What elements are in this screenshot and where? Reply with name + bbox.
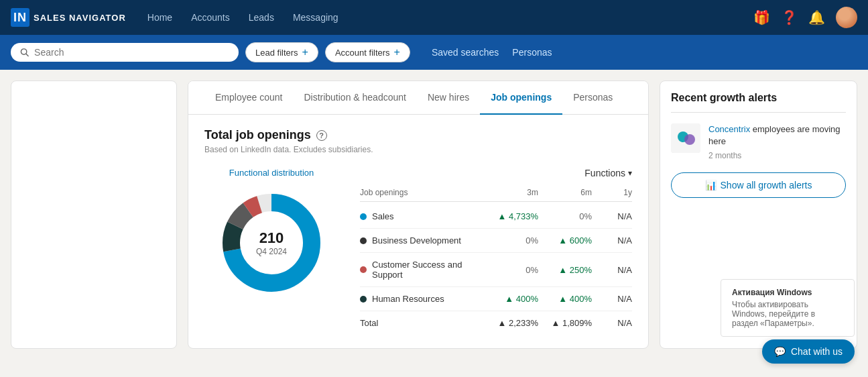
donut-period: Q4 2024: [256, 247, 287, 256]
show-all-growth-alerts-button[interactable]: 📊 Show all growth alerts: [671, 172, 846, 198]
search-bar: Lead filters + Account filters + Saved s…: [0, 35, 868, 70]
nav-link-home[interactable]: Home: [139, 8, 180, 27]
search-icon: [20, 48, 29, 57]
alert-text: Concentrix employees are moving here 2 m…: [708, 123, 846, 162]
row-label-sales: Sales: [372, 211, 394, 221]
nav-logo[interactable]: in SALES NAVIGATOR: [11, 8, 126, 27]
functions-table: Functions ▾ Job openings 3m 6m 1y: [360, 168, 632, 335]
concentrix-logo: [671, 123, 700, 153]
nav-link-leads[interactable]: Leads: [241, 8, 282, 27]
cell-3m-biz-dev: 0%: [485, 235, 538, 246]
cell-1y-css: N/A: [592, 265, 632, 275]
table-row: Customer Success and Support 0% ▲ 250% N…: [360, 253, 632, 287]
cell-1y-biz-dev: N/A: [592, 235, 632, 246]
nav-link-accounts[interactable]: Accounts: [183, 8, 238, 27]
functions-dropdown-label: Functions: [584, 168, 625, 178]
windows-activation-text: Чтобы активировать Windows, перейдите в …: [732, 300, 843, 328]
nav-links: Home Accounts Leads Messaging: [139, 8, 740, 27]
help-icon[interactable]: ❓: [781, 9, 798, 25]
total-row: Total ▲ 2,233% ▲ 1,809% N/A: [360, 311, 632, 335]
bell-icon[interactable]: 🔔: [808, 9, 825, 25]
account-filters-plus-icon: +: [394, 46, 400, 58]
chat-icon: 💬: [774, 346, 786, 357]
dot-biz-dev: [360, 237, 367, 244]
table-row: Business Development 0% ▲ 600% N/A: [360, 229, 632, 253]
cell-name-biz-dev: Business Development: [360, 235, 485, 246]
show-all-label: Show all growth alerts: [721, 180, 812, 191]
total-label: Total: [360, 318, 485, 328]
cell-3m-css: 0%: [485, 265, 538, 275]
lead-filters-label: Lead filters: [255, 48, 298, 58]
col-header-name: Job openings: [360, 188, 485, 197]
col-header-3m: 3m: [485, 188, 538, 197]
caret-icon: ▾: [628, 168, 632, 178]
chart-section: Functional distribution: [204, 168, 632, 335]
gift-icon[interactable]: 🎁: [753, 9, 770, 25]
tab-personas[interactable]: Personas: [562, 81, 623, 115]
alert-item: Concentrix employees are moving here 2 m…: [671, 123, 846, 162]
table-header-row: Job openings 3m 6m 1y: [360, 184, 632, 202]
sidebar-title: Recent growth alerts: [671, 92, 846, 113]
row-label-hr: Human Resources: [372, 294, 444, 304]
windows-activation-title: Активация Windows: [732, 288, 843, 297]
tab-job-openings[interactable]: Job openings: [480, 81, 562, 115]
cell-6m-sales: 0%: [538, 211, 592, 221]
cell-1y-sales: N/A: [592, 211, 632, 221]
col-header-6m: 6m: [538, 188, 592, 197]
avatar[interactable]: [836, 7, 857, 28]
info-icon[interactable]: ?: [316, 130, 327, 141]
account-filters-button[interactable]: Account filters +: [325, 42, 410, 62]
tab-employee-count[interactable]: Employee count: [204, 81, 293, 115]
chat-label: Chat with us: [791, 346, 843, 357]
donut-svg-wrap: 210 Q4 2024: [214, 186, 328, 300]
nav-right: 🎁 ❓ 🔔: [753, 7, 857, 28]
col-header-1y: 1y: [592, 188, 632, 197]
show-all-icon: 📊: [705, 180, 717, 191]
dot-sales: [360, 213, 367, 220]
tabs: Employee count Distribution & headcount …: [188, 81, 648, 115]
alert-logo: [671, 123, 700, 153]
personas-link[interactable]: Personas: [508, 44, 556, 60]
search-input[interactable]: [34, 47, 229, 58]
cell-6m-css: ▲ 250%: [538, 265, 592, 275]
dot-css: [360, 266, 367, 273]
row-label-biz-dev: Business Development: [372, 235, 461, 246]
cell-6m-hr: ▲ 400%: [538, 294, 592, 304]
subtitle-text: Based on LinkedIn data. Excludes subsidi…: [204, 145, 373, 154]
main-panel: Employee count Distribution & headcount …: [188, 80, 649, 349]
dot-hr: [360, 296, 367, 303]
lead-filters-plus-icon: +: [302, 46, 308, 58]
cell-1y-hr: N/A: [592, 294, 632, 304]
cell-3m-sales: ▲ 4,733%: [485, 211, 538, 221]
tab-new-hires[interactable]: New hires: [417, 81, 480, 115]
cell-6m-biz-dev: ▲ 600%: [538, 235, 592, 246]
alert-time: 2 months: [708, 150, 846, 162]
lead-filters-button[interactable]: Lead filters +: [245, 42, 318, 62]
table-row: Sales ▲ 4,733% 0% N/A: [360, 205, 632, 229]
tab-distribution-headcount[interactable]: Distribution & headcount: [293, 81, 417, 115]
top-nav: in SALES NAVIGATOR Home Accounts Leads M…: [0, 0, 868, 35]
section-title-text: Total job openings: [204, 128, 311, 142]
linkedin-icon: in: [11, 8, 29, 27]
search-input-wrap[interactable]: [11, 43, 239, 62]
chat-widget[interactable]: 💬 Chat with us: [762, 339, 855, 360]
section-subtitle: Based on LinkedIn data. Excludes subsidi…: [204, 145, 632, 154]
alert-company-name[interactable]: Concentrix: [708, 124, 750, 134]
functions-dropdown[interactable]: Functions ▾: [584, 168, 632, 178]
account-filters-label: Account filters: [335, 48, 390, 58]
donut-label: Functional distribution: [229, 168, 314, 178]
row-label-css: Customer Success and Support: [372, 260, 485, 280]
saved-searches-link[interactable]: Saved searches: [428, 44, 503, 60]
cell-name-sales: Sales: [360, 211, 485, 221]
donut-chart-wrap: Functional distribution: [204, 168, 338, 300]
left-sidebar: [11, 80, 177, 349]
table-row: Human Resources ▲ 400% ▲ 400% N/A: [360, 287, 632, 311]
svg-line-1: [26, 54, 28, 56]
cell-3m-hr: ▲ 400%: [485, 294, 538, 304]
donut-center: 210 Q4 2024: [256, 229, 287, 256]
nav-link-messaging[interactable]: Messaging: [285, 8, 347, 27]
search-nav-links: Saved searches Personas: [428, 44, 556, 60]
donut-number: 210: [256, 229, 287, 247]
logo-text: SALES NAVIGATOR: [34, 13, 126, 23]
cell-name-css: Customer Success and Support: [360, 260, 485, 280]
